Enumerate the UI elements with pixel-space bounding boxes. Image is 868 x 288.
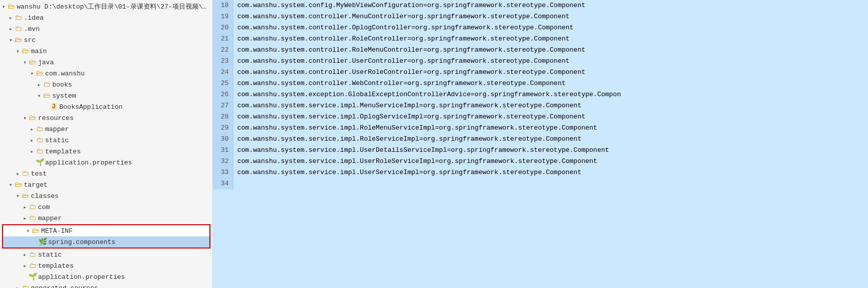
line-number: 19 xyxy=(213,11,233,22)
file-tree[interactable]: ▾ 🗁 wanshu D:\desktop\工作目录\01-录课资料\27-项目… xyxy=(0,0,213,288)
tree-item-templates[interactable]: ▸ 🗀 templates xyxy=(0,146,212,157)
line-content: com.wanshu.system.controller.UserRoleCon… xyxy=(233,67,586,78)
folder-icon: 🗀 xyxy=(35,125,44,133)
item-label: generated-sources xyxy=(31,284,212,289)
line-number: 26 xyxy=(213,89,233,100)
line-content: com.wanshu.system.service.impl.RoleServi… xyxy=(233,134,582,145)
item-label: com xyxy=(38,203,212,211)
code-line: 27com.wanshu.system.service.impl.MenuSer… xyxy=(213,100,868,111)
java-icon: J xyxy=(50,103,58,111)
folder-icon: 🗀 xyxy=(14,14,22,22)
code-line: 30com.wanshu.system.service.impl.RoleSer… xyxy=(213,134,868,145)
folder-icon: 🗁 xyxy=(21,192,29,200)
folder-icon: 🗀 xyxy=(21,170,29,178)
item-label: system xyxy=(52,92,212,100)
tree-item-appprops2[interactable]: 🌱 application.properties xyxy=(0,271,212,282)
item-label: test xyxy=(31,170,212,178)
line-number: 18 xyxy=(213,0,233,11)
tree-item-books[interactable]: ▸ 🗀 books xyxy=(0,79,212,90)
code-line: 20com.wanshu.system.controller.OplogCont… xyxy=(213,22,868,33)
folder-icon: 🗁 xyxy=(31,227,40,235)
item-label: templates xyxy=(45,148,212,155)
folder-icon: 🗁 xyxy=(43,92,51,100)
tree-item-test[interactable]: ▸ 🗀 test xyxy=(0,168,212,179)
arrow-icon: ▾ xyxy=(7,181,14,189)
spring-icon: 🌿 xyxy=(39,238,47,246)
arrow-icon: ▸ xyxy=(35,81,43,89)
line-number: 29 xyxy=(213,122,233,134)
tree-item-classes[interactable]: ▾ 🗁 classes xyxy=(0,190,212,201)
arrow-icon: ▸ xyxy=(21,262,28,270)
item-label: java xyxy=(38,59,212,66)
folder-icon: 🗁 xyxy=(28,114,37,122)
item-label: wanshu D:\desktop\工作目录\01-录课资料\27-项目视频\图… xyxy=(17,2,212,11)
line-content: com.wanshu.system.service.impl.UserDetai… xyxy=(233,145,609,156)
code-line: 29com.wanshu.system.service.impl.RoleMen… xyxy=(213,122,868,134)
tree-item-main[interactable]: ▾ 🗁 main xyxy=(0,46,212,57)
tree-item-com[interactable]: ▸ 🗀 com xyxy=(0,201,212,213)
folder-icon: 🗁 xyxy=(21,47,29,55)
line-number: 30 xyxy=(213,134,233,145)
tree-item-templates2[interactable]: ▸ 🗀 templates xyxy=(0,260,212,271)
folder-icon: 🗁 xyxy=(14,181,22,189)
folder-icon: 🗀 xyxy=(35,147,44,155)
arrow-icon: ▾ xyxy=(21,59,28,66)
item-label: resources xyxy=(38,114,212,122)
code-line: 21com.wanshu.system.controller.RoleContr… xyxy=(213,33,868,45)
line-number: 33 xyxy=(213,167,233,178)
item-label: templates xyxy=(38,262,212,270)
tree-item-static2[interactable]: ▸ 🗀 static xyxy=(0,249,212,260)
tree-item-idea[interactable]: ▸ 🗀 .idea xyxy=(0,12,212,23)
arrow-icon: ▾ xyxy=(35,92,43,100)
item-label: spring.components xyxy=(48,238,209,246)
line-content: com.wanshu.system.service.impl.OplogServ… xyxy=(233,111,586,122)
line-content: com.wanshu.system.controller.MenuControl… xyxy=(233,11,569,22)
line-number: 22 xyxy=(213,45,233,56)
tree-item-mapper[interactable]: ▸ 🗀 mapper xyxy=(0,124,212,135)
folder-icon: 🗁 xyxy=(28,58,37,66)
tree-item-springcomp[interactable]: 🌿 spring.components xyxy=(3,236,209,248)
line-number: 32 xyxy=(213,156,233,167)
tree-item-mapper2[interactable]: ▸ 🗀 mapper xyxy=(0,213,212,224)
arrow-icon: ▸ xyxy=(21,215,28,222)
line-number: 28 xyxy=(213,111,233,122)
tree-item-system[interactable]: ▾ 🗁 system xyxy=(0,90,212,101)
meta-inf-highlight-box: ▾ 🗁 META-INF 🌿 spring.components xyxy=(2,224,210,249)
item-label: .idea xyxy=(24,14,212,22)
item-label: books xyxy=(52,81,212,89)
folder-icon: 🗀 xyxy=(28,214,37,222)
folder-icon: 🗀 xyxy=(28,203,37,211)
tree-item-appprops[interactable]: 🌱 application.properties xyxy=(0,157,212,168)
tree-item-comwanshu[interactable]: ▾ 🗁 com.wanshu xyxy=(0,68,212,79)
arrow-icon: ▾ xyxy=(14,48,21,55)
item-label: META-INF xyxy=(41,227,209,235)
tree-item-wanshu[interactable]: ▾ 🗁 wanshu D:\desktop\工作目录\01-录课资料\27-项目… xyxy=(0,1,212,12)
arrow-icon: ▾ xyxy=(28,70,35,77)
line-number: 23 xyxy=(213,56,233,67)
tree-item-java[interactable]: ▾ 🗁 java xyxy=(0,57,212,68)
tree-item-metainf[interactable]: ▾ 🗁 META-INF xyxy=(3,225,209,236)
tree-item-resources[interactable]: ▾ 🗁 resources xyxy=(0,112,212,124)
code-panel: 18com.wanshu.system.config.MyWebViewConf… xyxy=(213,0,868,288)
code-line: 33com.wanshu.system.service.impl.UserSer… xyxy=(213,167,868,178)
arrow-icon: ▸ xyxy=(21,203,28,211)
item-label: com.wanshu xyxy=(45,70,212,77)
code-line: 23com.wanshu.system.controller.UserContr… xyxy=(213,56,868,67)
arrow-icon: ▸ xyxy=(7,14,14,22)
folder-icon: 🗀 xyxy=(21,284,29,288)
arrow-icon: ▾ xyxy=(7,36,14,44)
item-label: static xyxy=(38,251,212,259)
arrow-icon: ▸ xyxy=(7,25,14,33)
tree-item-src[interactable]: ▾ 🗁 src xyxy=(0,34,212,46)
tree-item-static[interactable]: ▸ 🗀 static xyxy=(0,135,212,146)
line-number: 27 xyxy=(213,100,233,111)
tree-item-booksapp[interactable]: J BooksApplication xyxy=(0,101,212,112)
line-content: com.wanshu.system.controller.RoleMenuCon… xyxy=(233,45,586,56)
item-label: src xyxy=(24,36,212,44)
tree-item-gentest[interactable]: ▸ 🗀 generated-sources xyxy=(0,282,212,288)
tree-item-mvn[interactable]: ▸ 🗀 .mvn xyxy=(0,23,212,34)
arrow-icon: ▸ xyxy=(28,148,35,155)
properties-icon: 🌱 xyxy=(28,273,37,281)
code-line: 19com.wanshu.system.controller.MenuContr… xyxy=(213,11,868,22)
tree-item-target[interactable]: ▾ 🗁 target xyxy=(0,179,212,190)
